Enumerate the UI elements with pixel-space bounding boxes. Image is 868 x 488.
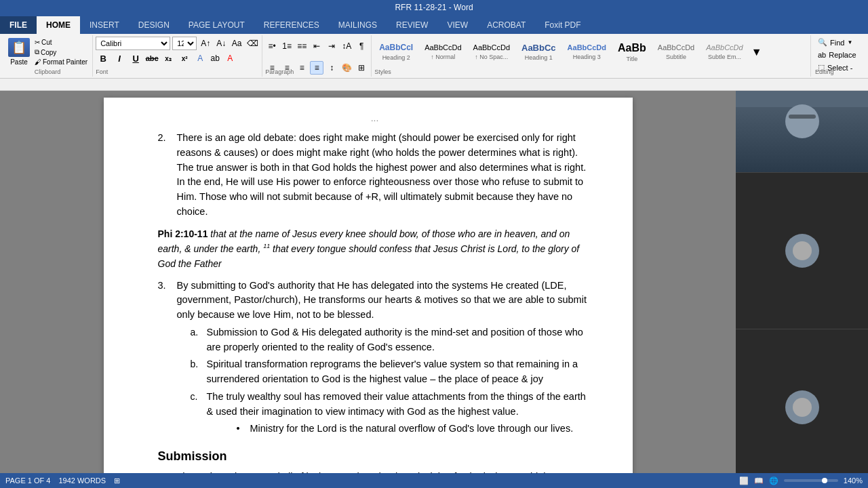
font-grow-button[interactable]: A↑: [199, 37, 212, 50]
style-nospace[interactable]: AaBbCcDd ↑ No Spac...: [469, 37, 515, 70]
doc-page[interactable]: ... 2. There is an age old debate: does …: [104, 98, 633, 485]
tab-home[interactable]: HOME: [37, 16, 80, 34]
scripture-ref: Phi 2:10-11: [158, 228, 208, 239]
clear-formatting-button[interactable]: ⌫: [245, 37, 259, 50]
view-icon-read[interactable]: 📖: [754, 476, 764, 485]
para-row1: ≡• 1≡ ≡≡ ⇤ ⇥ ↕A ¶: [265, 37, 368, 61]
sub-b-text[interactable]: Spiritual transformation reprograms the …: [207, 357, 592, 387]
find-button[interactable]: 🔍 Find ▼: [815, 37, 861, 48]
video-thumb-2: [736, 329, 868, 485]
thumb1-head: [793, 241, 812, 260]
sub-a-text[interactable]: Submission to God & His delegated author…: [207, 325, 592, 355]
style-subtitle[interactable]: AaBbCcDd Subtitle: [653, 37, 699, 70]
tab-acrobat[interactable]: ACROBAT: [477, 16, 535, 34]
justify-button[interactable]: ≡: [310, 61, 323, 75]
border-button[interactable]: ⊞: [355, 61, 368, 75]
align-right-button[interactable]: ≡: [295, 61, 309, 75]
style-normal[interactable]: AaBbCcDd ↑ Normal: [420, 37, 466, 70]
person-video: [736, 91, 868, 172]
text-highlight-button[interactable]: ab: [208, 52, 222, 65]
status-right: ⬜ 📖 🌐 140%: [739, 476, 863, 485]
italic-button[interactable]: I: [112, 52, 127, 65]
decrease-indent-button[interactable]: ⇤: [310, 39, 323, 53]
video-panel: [736, 91, 868, 485]
style-title-label: Title: [627, 56, 638, 62]
text-effects-button[interactable]: A: [193, 52, 207, 65]
style-heading2-preview: AaBbCcI: [379, 43, 413, 52]
doc-sub-item-b: b. Spiritual transformation reprograms t…: [177, 357, 592, 387]
sort-button[interactable]: ↕A: [340, 39, 353, 53]
change-case-button[interactable]: Aa: [230, 37, 243, 50]
multilevel-button[interactable]: ≡≡: [295, 39, 309, 53]
ruler: [0, 79, 868, 91]
tab-review[interactable]: REVIEW: [387, 16, 437, 34]
sub-c-text[interactable]: The truly wealthy soul has removed their…: [207, 391, 586, 417]
page-top-fade: ...: [158, 111, 592, 125]
view-icon-print[interactable]: ⬜: [739, 476, 749, 485]
subscript-button[interactable]: x₂: [161, 52, 176, 65]
numbering-button[interactable]: 1≡: [280, 39, 294, 53]
person-head: [785, 104, 819, 138]
item2-text[interactable]: There is an age old debate: does right m…: [177, 131, 592, 220]
tab-pagelayout[interactable]: PAGE LAYOUT: [179, 16, 254, 34]
styles-scroll-down[interactable]: ▼: [750, 45, 764, 59]
style-heading3-label: Heading 3: [573, 54, 601, 60]
doc-item-2: 2. There is an age old debate: does righ…: [158, 131, 592, 220]
font-group-label: Font: [96, 68, 108, 75]
sub-c-letter: c.: [191, 390, 207, 436]
line-spacing-button[interactable]: ↕: [325, 61, 338, 75]
paste-button[interactable]: 📋 Paste: [5, 37, 33, 75]
bullet-text[interactable]: Ministry for the Lord is the natural ove…: [250, 422, 574, 436]
video-main: [736, 91, 868, 172]
increase-indent-button[interactable]: ⇥: [325, 39, 338, 53]
style-heading1-label: Heading 1: [525, 54, 553, 61]
cut-button[interactable]: ✂ Cut: [33, 38, 90, 47]
item2-number: 2.: [158, 131, 177, 220]
style-normal-preview: AaBbCcDd: [425, 43, 461, 52]
font-name-select[interactable]: Calibri: [96, 37, 170, 50]
font-size-select[interactable]: 12: [172, 37, 197, 50]
item3-text[interactable]: By submitting to God's authority that He…: [177, 280, 587, 321]
format-painter-button[interactable]: 🖌 Format Painter: [33, 58, 90, 66]
video-main-bg: [736, 91, 868, 172]
tab-file[interactable]: FILE: [0, 16, 37, 34]
font-shrink-button[interactable]: A↓: [214, 37, 228, 50]
view-icon-web[interactable]: 🌐: [769, 476, 778, 485]
shading-button[interactable]: 🎨: [340, 61, 353, 75]
style-heading1[interactable]: AaBbCc Heading 1: [517, 37, 561, 70]
sub-a-letter: a.: [191, 325, 207, 355]
replace-button[interactable]: ab Replace: [815, 49, 861, 60]
style-heading2[interactable]: AaBbCcI Heading 2: [374, 37, 418, 70]
tab-design[interactable]: DESIGN: [129, 16, 179, 34]
tab-mailings[interactable]: MAILINGS: [329, 16, 387, 34]
ribbon-tabs: FILE HOME INSERT DESIGN PAGE LAYOUT REFE…: [0, 15, 868, 34]
bullets-button[interactable]: ≡•: [265, 39, 279, 53]
thumb1-person: [785, 234, 819, 268]
doc-area[interactable]: ... 2. There is an age old debate: does …: [0, 91, 736, 485]
style-subtleemphasis[interactable]: AaBbCcDd Subtle Em...: [701, 37, 747, 70]
styles-row: AaBbCcI Heading 2 AaBbCcDd ↑ Normal AaBb…: [374, 37, 808, 75]
zoom-slider[interactable]: [784, 479, 838, 482]
style-nospace-label: ↑ No Spac...: [475, 54, 508, 60]
font-color-button[interactable]: A: [223, 52, 237, 65]
tab-references[interactable]: REFERENCES: [254, 16, 329, 34]
style-heading3[interactable]: AaBbCcDd Heading 3: [563, 37, 611, 70]
underline-button[interactable]: U: [128, 52, 143, 65]
copy-button[interactable]: ⧉ Copy: [33, 47, 90, 57]
tab-view[interactable]: VIEW: [437, 16, 477, 34]
item3-number: 3.: [158, 279, 177, 437]
paragraph-group: ≡• 1≡ ≡≡ ⇤ ⇥ ↕A ¶ ≡ ≡ ≡ ≡ ↕ 🎨 ⊞ Paragrap…: [262, 35, 372, 77]
thumb2-person: [785, 390, 819, 424]
strikethrough-button[interactable]: abc: [144, 52, 159, 65]
style-subtitle-preview: AaBbCcDd: [658, 43, 694, 52]
tab-foxitpdf[interactable]: Foxit PDF: [535, 16, 590, 34]
doc-sub-item-a: a. Submission to God & His delegated aut…: [177, 325, 592, 355]
tab-insert[interactable]: INSERT: [80, 16, 129, 34]
superscript-button[interactable]: x²: [177, 52, 192, 65]
style-normal-label: ↑ Normal: [431, 54, 455, 60]
show-hide-button[interactable]: ¶: [355, 39, 368, 53]
style-nospace-preview: AaBbCcDd: [473, 43, 510, 52]
bold-button[interactable]: B: [96, 52, 111, 65]
style-heading2-label: Heading 2: [382, 54, 410, 61]
style-title[interactable]: AaBb Title: [613, 37, 651, 70]
